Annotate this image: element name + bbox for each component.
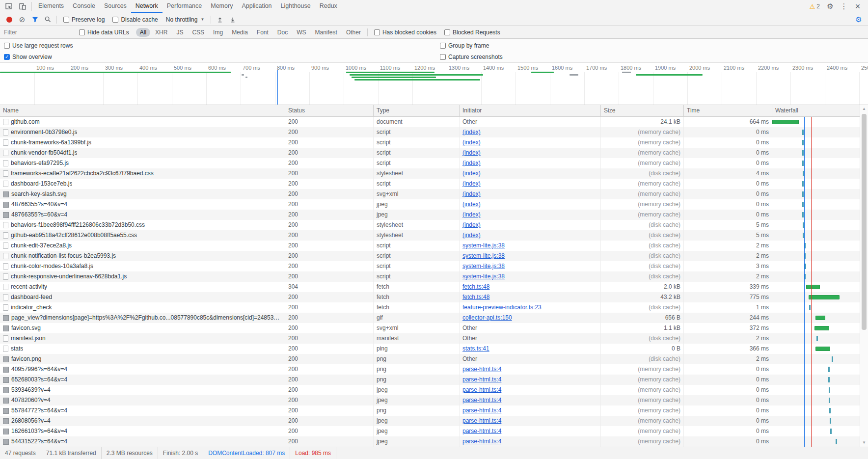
initiator-link[interactable]: (index) bbox=[462, 129, 481, 135]
initiator-link[interactable]: (index) bbox=[462, 149, 481, 156]
tab-performance[interactable]: Performance bbox=[163, 0, 207, 13]
filter-pill-font[interactable]: Font bbox=[253, 28, 272, 37]
table-row[interactable]: recent-activity304fetchfetch.ts:482.0 kB… bbox=[0, 282, 868, 292]
initiator-link[interactable]: (index) bbox=[462, 232, 481, 239]
initiator-link[interactable]: (index) bbox=[462, 139, 481, 146]
initiator-link[interactable]: collector-api.ts:150 bbox=[462, 314, 512, 321]
initiator-link[interactable]: parse-html.ts:4 bbox=[462, 428, 501, 434]
initiator-link[interactable]: system-lite.js:38 bbox=[462, 242, 505, 249]
table-row[interactable]: chunk-responsive-underlinenav-6628bda1.j… bbox=[0, 271, 868, 282]
table-row[interactable]: indicator_check200fetchfeature-preview-i… bbox=[0, 302, 868, 313]
table-row[interactable]: favicon.png200pngOther(disk cache)2 ms bbox=[0, 354, 868, 364]
tab-console[interactable]: Console bbox=[68, 0, 100, 13]
disable-cache-checkbox[interactable]: Disable cache bbox=[112, 16, 158, 23]
table-row[interactable]: frameworks-eca8e21af2622cbcba2c93c67f79b… bbox=[0, 168, 868, 179]
initiator-link[interactable]: (index) bbox=[462, 221, 481, 228]
table-row[interactable]: behaviors-efa97295.js200script(index)(me… bbox=[0, 158, 868, 168]
initiator-link[interactable]: (index) bbox=[462, 201, 481, 208]
initiator-link[interactable]: feature-preview-indicator.ts:23 bbox=[462, 304, 542, 311]
filter-toggle-button[interactable] bbox=[28, 14, 41, 26]
table-row[interactable]: 40782060?v=4200jpegparse-html.ts:4(memor… bbox=[0, 395, 868, 405]
initiator-link[interactable]: parse-html.ts:4 bbox=[462, 417, 501, 424]
search-button[interactable] bbox=[41, 14, 54, 26]
tab-application[interactable]: Application bbox=[237, 0, 276, 13]
column-header-status[interactable]: Status bbox=[285, 105, 373, 116]
tab-network[interactable]: Network bbox=[131, 0, 163, 13]
tab-elements[interactable]: Elements bbox=[34, 0, 68, 13]
initiator-link[interactable]: (index) bbox=[462, 180, 481, 187]
tab-memory[interactable]: Memory bbox=[206, 0, 237, 13]
close-icon[interactable]: × bbox=[851, 0, 864, 12]
table-row[interactable]: 48766355?s=60&v=4200jpeg(index)(memory c… bbox=[0, 210, 868, 220]
initiator-link[interactable]: (index) bbox=[462, 190, 481, 197]
clear-button[interactable]: ⊘ bbox=[16, 14, 28, 26]
filter-input[interactable] bbox=[4, 29, 75, 36]
vertical-scrollbar[interactable]: ▲ ▼ bbox=[860, 105, 868, 447]
use-large-request-rows-checkbox[interactable]: Use large request rows bbox=[4, 42, 73, 49]
initiator-link[interactable]: (index) bbox=[462, 211, 481, 218]
table-row[interactable]: 26808056?v=4200jpegparse-html.ts:4(memor… bbox=[0, 416, 868, 426]
table-row[interactable]: environment-0b3798e0.js200script(index)(… bbox=[0, 127, 868, 137]
column-header-name[interactable]: Name bbox=[0, 105, 285, 116]
table-row[interactable]: 54431522?s=64&v=4200jpegparse-html.ts:4(… bbox=[0, 436, 868, 447]
initiator-link[interactable]: system-lite.js:38 bbox=[462, 273, 505, 280]
scrollbar-thumb[interactable] bbox=[862, 114, 867, 330]
table-row[interactable]: 48766355?s=40&v=4200jpeg(index)(memory c… bbox=[0, 199, 868, 210]
column-header-type[interactable]: Type bbox=[373, 105, 459, 116]
initiator-link[interactable]: parse-html.ts:4 bbox=[462, 376, 501, 383]
table-row[interactable]: dashboard-feed200fetchfetch.ts:4843.2 kB… bbox=[0, 292, 868, 302]
filter-pill-all[interactable]: All bbox=[136, 28, 150, 37]
initiator-link[interactable]: system-lite.js:38 bbox=[462, 263, 505, 270]
initiator-link[interactable]: (index) bbox=[462, 160, 481, 166]
import-har-button[interactable] bbox=[214, 14, 226, 26]
table-row[interactable]: 16266103?s=64&v=4200jpegparse-html.ts:4(… bbox=[0, 426, 868, 436]
tab-sources[interactable]: Sources bbox=[100, 0, 131, 13]
capture-screenshots-checkbox[interactable]: Capture screenshots bbox=[440, 54, 503, 60]
initiator-link[interactable]: parse-html.ts:4 bbox=[462, 438, 501, 445]
device-toolbar-icon[interactable] bbox=[16, 0, 29, 13]
initiator-link[interactable]: fetch.ts:48 bbox=[462, 283, 489, 290]
scroll-down-arrow-icon[interactable]: ▼ bbox=[860, 439, 868, 447]
table-row[interactable]: favicon.svg200svg+xmlOther1.1 kB372 ms bbox=[0, 323, 868, 333]
timeline-overview[interactable]: 100 ms200 ms300 ms400 ms500 ms600 ms700 … bbox=[0, 63, 868, 105]
tab-lighthouse[interactable]: Lighthouse bbox=[276, 0, 315, 13]
group-by-frame-checkbox[interactable]: Group by frame bbox=[440, 42, 489, 49]
export-har-button[interactable] bbox=[226, 14, 239, 26]
has-blocked-cookies-checkbox[interactable]: Has blocked cookies bbox=[374, 29, 436, 36]
issues-warning-badge[interactable]: ⚠ 2 bbox=[807, 2, 823, 11]
filter-pill-doc[interactable]: Doc bbox=[273, 28, 292, 37]
initiator-link[interactable]: stats.ts:41 bbox=[462, 345, 489, 352]
table-row[interactable]: github.com200documentOther24.1 kB664 ms bbox=[0, 117, 868, 127]
scroll-up-arrow-icon[interactable]: ▲ bbox=[860, 105, 868, 113]
initiator-link[interactable]: (index) bbox=[462, 170, 481, 177]
table-row[interactable]: 65268003?s=64&v=4200pngparse-html.ts:4(m… bbox=[0, 375, 868, 385]
filter-pill-ws[interactable]: WS bbox=[293, 28, 310, 37]
filter-pill-manifest[interactable]: Manifest bbox=[311, 28, 341, 37]
show-overview-checkbox[interactable]: Show overview bbox=[4, 54, 52, 60]
initiator-link[interactable]: parse-html.ts:4 bbox=[462, 366, 501, 373]
table-row[interactable]: 53934639?v=4200jpegparse-html.ts:4(memor… bbox=[0, 385, 868, 395]
record-button[interactable] bbox=[3, 14, 16, 26]
column-header-initiator[interactable]: Initiator bbox=[459, 105, 600, 116]
table-row[interactable]: search-key-slash.svg200svg+xml(index)(me… bbox=[0, 189, 868, 199]
tab-redux[interactable]: Redux bbox=[315, 0, 342, 13]
more-menu-icon[interactable]: ⋮ bbox=[838, 0, 850, 12]
table-row[interactable]: chunk-color-modes-10a3afa8.js200scriptsy… bbox=[0, 261, 868, 271]
table-row[interactable]: manifest.json200manifestOther(disk cache… bbox=[0, 333, 868, 344]
table-row[interactable]: 40957996?s=64&v=4200pngparse-html.ts:4(m… bbox=[0, 364, 868, 375]
filter-pill-img[interactable]: Img bbox=[209, 28, 227, 37]
table-row[interactable]: github-eab9518a42cff28612e008b08ff5ae55.… bbox=[0, 230, 868, 241]
initiator-link[interactable]: system-lite.js:38 bbox=[462, 252, 505, 259]
initiator-link[interactable]: parse-html.ts:4 bbox=[462, 407, 501, 414]
table-row[interactable]: dashboard-153ce7eb.js200script(index)(me… bbox=[0, 179, 868, 189]
table-row[interactable]: page_view?dimensions[page]=https%3A%2F%2… bbox=[0, 313, 868, 323]
preserve-log-checkbox[interactable]: Preserve log bbox=[63, 16, 105, 23]
network-settings-gear-icon[interactable]: ⚙ bbox=[852, 14, 865, 26]
blocked-requests-checkbox[interactable]: Blocked Requests bbox=[444, 29, 500, 36]
initiator-link[interactable]: parse-html.ts:4 bbox=[462, 397, 501, 404]
column-header-waterfall[interactable]: Waterfall bbox=[772, 105, 868, 116]
table-row[interactable]: stats200pingstats.ts:410 B366 ms bbox=[0, 344, 868, 354]
table-row[interactable]: 55784772?s=64&v=4200pngparse-html.ts:4(m… bbox=[0, 405, 868, 416]
throttling-select[interactable]: No throttling ▼ bbox=[166, 16, 205, 23]
initiator-link[interactable]: fetch.ts:48 bbox=[462, 294, 489, 300]
